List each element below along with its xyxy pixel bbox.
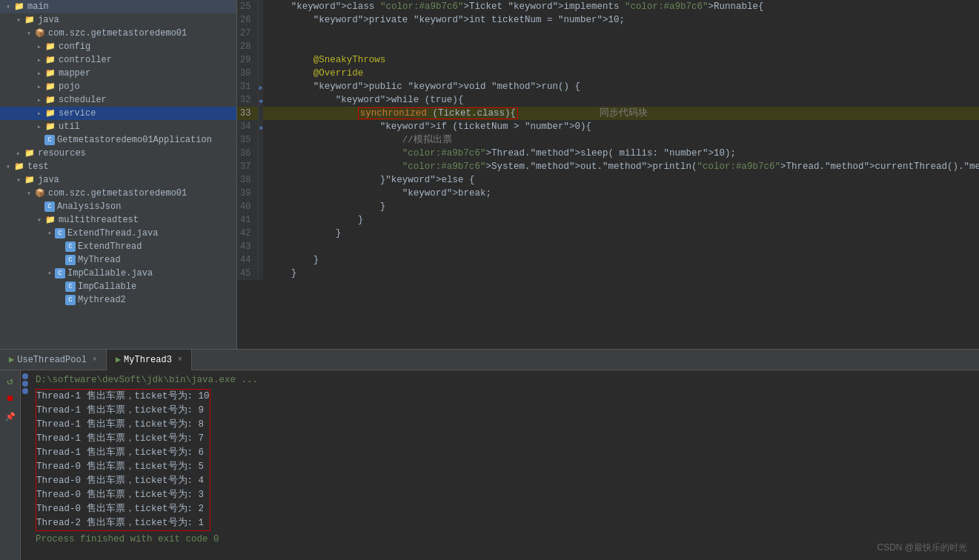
arrow-icon: ▸ (34, 109, 44, 118)
annotation-text: @Override (313, 68, 364, 79)
console-finish-line: Process finished with exit code 0 (36, 533, 973, 547)
code-line-35: 35 //模拟出票 (237, 133, 979, 147)
indicator-2 (22, 381, 28, 387)
tree-item-com-szc-test[interactable]: ▾📦com.szc.getmetastoredemo01 (0, 187, 236, 200)
tree-item-test[interactable]: ▾📁test (0, 160, 236, 173)
code-line-33: 33 synchronized (Ticket.class){ 同步代码块 (237, 107, 979, 120)
line-number: 33 (237, 107, 259, 120)
line-number: 27 (237, 27, 259, 40)
line-number: 42 (237, 227, 259, 240)
code-text[interactable]: }"keyword">else { (263, 173, 979, 187)
code-text[interactable]: "keyword">public "keyword">void "method"… (263, 80, 979, 93)
code-text[interactable] (263, 240, 979, 253)
console-output[interactable]: D:\software\devSoft\jdk\bin\java.exe ...… (30, 370, 979, 560)
tree-item-java-main[interactable]: ▾📁java (0, 13, 236, 27)
code-text[interactable]: "keyword">break; (263, 187, 979, 200)
java-file-icon: C (55, 268, 65, 279)
tree-item-com-szc[interactable]: ▾📦com.szc.getmetastoredemo01 (0, 27, 236, 40)
code-text[interactable]: synchronized (Ticket.class){ 同步代码块 (263, 107, 979, 120)
tree-item-main[interactable]: ▾📁main (0, 0, 236, 13)
pin-button[interactable]: 📌 (3, 409, 18, 424)
folder-icon: 📁 (44, 121, 56, 132)
line-number: 31 (237, 80, 259, 93)
tree-item-controller[interactable]: ▸📁controller (0, 53, 236, 67)
code-text[interactable] (263, 27, 979, 40)
gutter-arrow-icon: ▶ (259, 84, 262, 92)
tab-close-btn-2[interactable]: × (178, 356, 182, 364)
tree-item-util[interactable]: ▸📁util (0, 120, 236, 133)
tree-item-label: scheduler (59, 95, 107, 105)
tree-item-service[interactable]: ▸📁service (0, 107, 236, 120)
code-indent (269, 108, 358, 119)
code-text[interactable] (263, 40, 979, 53)
console-tab-useThreadPool[interactable]: ▶ UseThreadPool × (0, 350, 107, 370)
tree-item-MyThread[interactable]: CMyThread (0, 253, 236, 267)
console-tab-myThread3[interactable]: ▶ MyThread3 × (107, 350, 192, 370)
code-line-38: 38 }"keyword">else { (237, 173, 979, 187)
tree-item-config[interactable]: ▸📁config (0, 40, 236, 53)
line-number: 35 (237, 133, 259, 147)
line-number: 41 (237, 213, 259, 227)
line-gutter: ◆ (259, 120, 263, 133)
arrow-icon: ▾ (13, 16, 24, 24)
tab-close-btn[interactable]: × (93, 356, 97, 364)
tree-item-ExtendThread-java[interactable]: ▾CExtendThread.java (0, 227, 236, 240)
tree-item-GetmetaApp[interactable]: CGetmetastoredemo01Application (0, 133, 236, 147)
folder-icon: 📁 (44, 215, 56, 225)
code-text[interactable]: "keyword">class "color:#a9b7c6">Ticket "… (263, 0, 979, 13)
line-number: 26 (237, 13, 259, 27)
line-number: 32 (237, 93, 259, 107)
stop-button[interactable]: ■ (3, 391, 18, 406)
code-text[interactable]: "keyword">private "keyword">int ticketNu… (263, 13, 979, 27)
tree-item-label: Mythread2 (78, 295, 126, 305)
tree-item-label: AnalysisJson (57, 201, 121, 212)
code-text[interactable]: @SneakyThrows (263, 53, 979, 67)
folder-icon: 📁 (44, 68, 56, 79)
tree-item-Mythread2[interactable]: CMythread2 (0, 293, 236, 307)
code-text[interactable]: "color:#a9b7c6">Thread."method">sleep( m… (263, 147, 979, 160)
console-output-line: Thread-1 售出车票，ticket号为: 6 (36, 446, 210, 460)
tree-item-scheduler[interactable]: ▸📁scheduler (0, 93, 236, 107)
code-text[interactable]: //模拟出票 (263, 133, 979, 147)
code-text[interactable]: } (263, 227, 979, 240)
line-number: 38 (237, 173, 259, 187)
code-text[interactable]: } (263, 200, 979, 213)
tree-item-java-test[interactable]: ▾📁java (0, 173, 236, 187)
tree-item-ExtendThread[interactable]: CExtendThread (0, 240, 236, 253)
tree-item-label: ImpCallable (78, 281, 136, 292)
tree-item-label: ImpCallable.java (67, 268, 153, 279)
java-file-icon: C (44, 135, 55, 145)
code-line-36: 36 "color:#a9b7c6">Thread."method">sleep… (237, 147, 979, 160)
tree-item-label: ExtendThread.java (67, 228, 158, 239)
code-line-42: 42 } (237, 227, 979, 240)
tree-item-ImpCallable-java[interactable]: ▾CImpCallable.java (0, 267, 236, 280)
tree-item-label: java (38, 175, 59, 185)
code-text[interactable]: } (263, 267, 979, 280)
tree-item-label: pojo (59, 81, 80, 92)
tree-item-ImpCallable[interactable]: CImpCallable (0, 280, 236, 293)
gutter-diamond-icon: ◆ (259, 124, 262, 132)
tree-item-AnalysisJson[interactable]: CAnalysisJson (0, 200, 236, 213)
restart-button[interactable]: ↺ (3, 373, 18, 388)
code-text[interactable]: "keyword">while (true){ (263, 93, 979, 107)
main-area: ▾📁main▾📁java▾📦com.szc.getmetastoredemo01… (0, 0, 979, 349)
sync-box: synchronized (Ticket.class){ (358, 107, 518, 119)
code-text[interactable]: "color:#a9b7c6">System."method">out."met… (263, 160, 979, 173)
code-text[interactable]: @Override (263, 67, 979, 80)
code-text[interactable]: } (263, 253, 979, 267)
code-line-43: 43 (237, 240, 979, 253)
folder-icon: 📁 (13, 161, 25, 172)
code-text[interactable]: } (263, 213, 979, 227)
folder-icon: 📁 (44, 108, 56, 119)
console-output-line: Thread-0 售出车票，ticket号为: 4 (36, 474, 210, 488)
tree-item-resources[interactable]: ▸📁resources (0, 147, 236, 160)
folder-icon: 📁 (24, 15, 36, 25)
line-number: 34 (237, 120, 259, 133)
code-text[interactable]: "keyword">if (ticketNum > "number">0){ (263, 120, 979, 133)
tree-item-mapper[interactable]: ▸📁mapper (0, 67, 236, 80)
tree-item-pojo[interactable]: ▸📁pojo (0, 80, 236, 93)
line-number: 44 (237, 253, 259, 267)
tree-item-label: java (38, 15, 59, 25)
tree-item-multithreadtest[interactable]: ▾📁multithreadtest (0, 213, 236, 227)
code-content[interactable]: 25 "keyword">class "color:#a9b7c6">Ticke… (237, 0, 979, 349)
